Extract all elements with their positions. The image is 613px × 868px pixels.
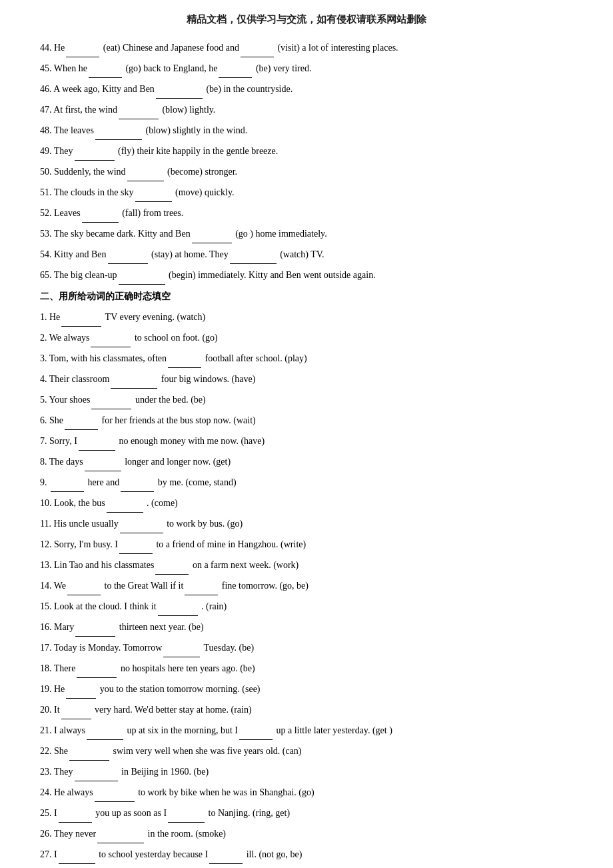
line-text: They xyxy=(54,767,73,777)
line-number: 4. xyxy=(40,374,47,384)
line-end-text: on a farm next week. (work) xyxy=(193,560,299,570)
line-number: 10. xyxy=(40,498,52,508)
page-header-title: 精品文档，仅供学习与交流，如有侵权请联系网站删除 xyxy=(40,13,573,26)
blank-field[interactable] xyxy=(77,659,117,678)
line-text: We always xyxy=(49,333,90,343)
exercise-line: 25. I you up as soon as I to Nanjing. (r… xyxy=(40,803,573,823)
line-mid-text: (stay) at home. They xyxy=(151,249,229,259)
blank-field[interactable] xyxy=(111,369,157,389)
blank-field[interactable] xyxy=(61,307,101,327)
line-end-text: to school on foot. (go) xyxy=(135,333,218,343)
line-text: He xyxy=(54,43,65,53)
exercise-line: 19. He you to the station tomorrow morni… xyxy=(40,679,573,699)
line-text: I xyxy=(54,808,57,818)
line-text: There xyxy=(54,663,76,673)
blank-field[interactable] xyxy=(59,845,95,864)
blank-field[interactable] xyxy=(120,514,163,533)
blank-field[interactable] xyxy=(158,597,198,616)
line-number: 8. xyxy=(40,457,47,467)
blank-field[interactable] xyxy=(75,141,115,161)
line-mid-text: to the Great Wall if it xyxy=(105,581,184,591)
blank-field[interactable] xyxy=(192,224,232,243)
exercise-line: 4. Their classroom four big windows. (ha… xyxy=(40,369,573,389)
blank-field[interactable] xyxy=(241,38,274,57)
blank-field[interactable] xyxy=(156,79,203,99)
line-number: 54. xyxy=(40,249,52,259)
blank-field[interactable] xyxy=(163,638,200,657)
line-text: Your shoes xyxy=(49,395,90,405)
line-number: 15. xyxy=(40,601,52,611)
blank-field[interactable] xyxy=(89,59,122,78)
line-number: 14. xyxy=(40,581,52,591)
blank-field[interactable] xyxy=(155,555,189,575)
line-text: Sorry, I'm busy. I xyxy=(54,539,118,549)
blank-field[interactable] xyxy=(69,741,109,761)
exercise-line: 8. The days longer and longer now. (get) xyxy=(40,452,573,471)
blank-field[interactable] xyxy=(82,203,119,223)
exercise-line: 54. Kitty and Ben (stay) at home. They (… xyxy=(40,245,573,264)
blank-field[interactable] xyxy=(66,679,96,699)
line-text: The days xyxy=(49,457,83,467)
line-number: 21. xyxy=(40,725,52,735)
blank-field[interactable] xyxy=(219,59,252,78)
line-end-text: (blow) lightly. xyxy=(162,105,215,115)
blank-field[interactable] xyxy=(95,783,135,802)
blank-field[interactable] xyxy=(75,762,118,781)
blank-field[interactable] xyxy=(135,183,172,202)
line-number: 1. xyxy=(40,312,47,322)
blank-field[interactable] xyxy=(239,721,273,740)
blank-field[interactable] xyxy=(67,576,101,595)
blank-field[interactable] xyxy=(168,803,205,823)
exercise-line: 24. He always to work by bike when he wa… xyxy=(40,783,573,802)
line-number: 2. xyxy=(40,333,47,343)
blank-field[interactable] xyxy=(51,473,84,492)
blank-field[interactable] xyxy=(61,700,91,719)
exercise-lines: 44. He (eat) Chinese and Japanese food a… xyxy=(40,38,573,285)
line-end-text: no enough money with me now. (have) xyxy=(119,436,265,446)
blank-field[interactable] xyxy=(119,535,153,554)
blank-field[interactable] xyxy=(87,721,123,740)
exercise-line: 13. Lin Tao and his classmates on a farm… xyxy=(40,555,573,575)
blank-field[interactable] xyxy=(168,349,201,368)
line-mid-text: here and xyxy=(88,477,120,487)
blank-field[interactable] xyxy=(108,245,148,264)
blank-field[interactable] xyxy=(97,824,144,843)
line-text: Look at the cloud. I think it xyxy=(54,601,157,611)
blank-field[interactable] xyxy=(73,865,116,868)
blank-field[interactable] xyxy=(66,38,99,57)
line-mid-text: (eat) Chinese and Japanese food and xyxy=(103,43,239,53)
line-number: 51. xyxy=(40,187,52,197)
blank-field[interactable] xyxy=(119,100,159,119)
line-text: They never xyxy=(54,829,96,839)
blank-field[interactable] xyxy=(65,411,98,430)
line-number: 24. xyxy=(40,787,52,797)
line-mid-text: you up as soon as I xyxy=(95,808,167,818)
blank-field[interactable] xyxy=(95,121,142,140)
line-end-text: Tuesday. (be) xyxy=(204,643,255,653)
blank-field[interactable] xyxy=(119,265,165,285)
exercise-line: 49. They (fly) their kite happily in the… xyxy=(40,141,573,161)
blank-field[interactable] xyxy=(91,328,131,347)
line-end-text: (become) stronger. xyxy=(167,167,237,177)
line-number: 26. xyxy=(40,829,52,839)
blank-field[interactable] xyxy=(79,431,115,451)
exercise-line: 15. Look at the cloud. I think it . (rai… xyxy=(40,597,573,616)
blank-field[interactable] xyxy=(121,473,154,492)
blank-field[interactable] xyxy=(127,162,164,181)
blank-field[interactable] xyxy=(209,845,243,864)
line-text: Look, the bus xyxy=(54,498,105,508)
line-text: Sorry, I xyxy=(49,436,77,446)
blank-field[interactable] xyxy=(107,493,143,513)
line-text: The big clean-up xyxy=(54,270,117,280)
line-number: 20. xyxy=(40,705,52,715)
line-number: 47. xyxy=(40,105,52,115)
line-end-text: ill. (not go, be) xyxy=(247,849,303,859)
blank-field[interactable] xyxy=(91,390,131,409)
line-text: Kitty and Ben xyxy=(54,249,107,259)
blank-field[interactable] xyxy=(75,617,115,637)
blank-field[interactable] xyxy=(230,245,277,264)
line-number: 23. xyxy=(40,767,52,777)
blank-field[interactable] xyxy=(59,803,92,823)
blank-field[interactable] xyxy=(185,576,218,595)
blank-field[interactable] xyxy=(85,452,121,471)
